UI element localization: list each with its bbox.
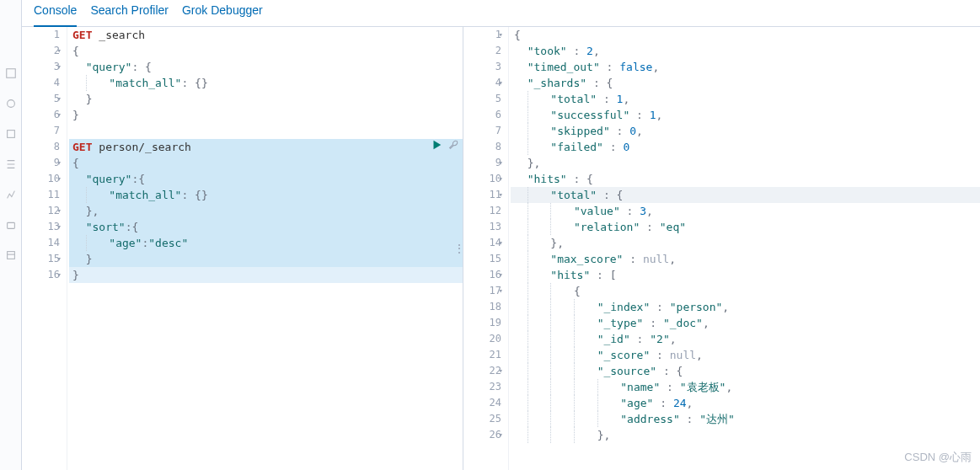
code-line[interactable]: "sort":{ bbox=[69, 219, 463, 235]
code-line: { bbox=[511, 283, 980, 299]
code-line: "value" : 3, bbox=[511, 203, 980, 219]
tab-console[interactable]: Console bbox=[34, 0, 77, 27]
fold-toggle-icon[interactable]: ▾ bbox=[499, 27, 503, 43]
run-request-icon[interactable] bbox=[431, 139, 442, 155]
gutter-line: 8 bbox=[463, 139, 501, 155]
gutter-line: 24 bbox=[463, 395, 501, 411]
gutter-line: 16 ▾ bbox=[463, 267, 501, 283]
code-line: "_id" : "2", bbox=[511, 331, 980, 347]
code-line: "skipped" : 0, bbox=[511, 123, 980, 139]
tab-grok-debugger[interactable]: Grok Debugger bbox=[182, 0, 263, 27]
code-line[interactable]: } bbox=[69, 251, 463, 267]
code-left[interactable]: GET _search{ "query": { "match_all": {} … bbox=[67, 27, 463, 470]
code-line[interactable]: "match_all": {} bbox=[69, 75, 463, 91]
code-line[interactable]: "match_all": {} bbox=[69, 187, 463, 203]
code-line[interactable]: GET _search bbox=[69, 27, 463, 43]
gutter-line: 6 bbox=[463, 107, 501, 123]
code-line: }, bbox=[511, 427, 980, 443]
fold-toggle-icon[interactable]: ▾ bbox=[57, 107, 62, 123]
nav-icon[interactable] bbox=[5, 98, 17, 109]
code-line[interactable]: { bbox=[69, 155, 463, 171]
gutter-line: 1 ▾ bbox=[463, 27, 501, 43]
svg-rect-4 bbox=[7, 252, 14, 259]
gutter-line: 9 ▾ bbox=[22, 155, 60, 171]
code-line: }, bbox=[511, 235, 980, 251]
svg-rect-2 bbox=[7, 131, 14, 138]
gutter-line: 2 ▾ bbox=[22, 43, 60, 59]
fold-toggle-icon[interactable]: ▾ bbox=[499, 283, 503, 299]
gutter-line: 7 bbox=[463, 123, 501, 139]
gutter-line: 4 bbox=[22, 75, 60, 91]
gutter-line: 12 bbox=[463, 203, 501, 219]
gutter-line: 11 ▾ bbox=[463, 187, 501, 203]
fold-toggle-icon[interactable]: ▾ bbox=[499, 171, 503, 187]
fold-toggle-icon[interactable]: ▾ bbox=[57, 59, 62, 75]
watermark: CSDN @心雨⁠⁠⁠⁠ bbox=[904, 450, 972, 465]
tab-search-profiler[interactable]: Search Profiler bbox=[90, 0, 169, 27]
fold-toggle-icon[interactable]: ▾ bbox=[499, 75, 503, 91]
fold-toggle-icon[interactable]: ▾ bbox=[57, 219, 62, 235]
gutter-line: 2 bbox=[463, 43, 501, 59]
code-right[interactable]: { "took" : 2, "timed_out" : false, "_sha… bbox=[509, 27, 980, 470]
gutter-line: 5 bbox=[463, 91, 501, 107]
fold-toggle-icon[interactable]: ▾ bbox=[57, 267, 62, 283]
code-line: "total" : { bbox=[511, 187, 980, 203]
fold-toggle-icon[interactable]: ▾ bbox=[499, 187, 503, 203]
gutter-line: 3 ▾ bbox=[22, 59, 60, 75]
gutter-line: 7 bbox=[22, 123, 60, 139]
gutter-line: 3 bbox=[463, 59, 501, 75]
gutter-line: 5 ▾ bbox=[22, 91, 60, 107]
gutter-line: 12 ▾ bbox=[22, 203, 60, 219]
fold-toggle-icon[interactable]: ▾ bbox=[57, 251, 62, 267]
nav-icon[interactable] bbox=[5, 249, 17, 261]
code-line: "_index" : "person", bbox=[511, 299, 980, 315]
fold-toggle-icon[interactable]: ▾ bbox=[499, 235, 503, 251]
gutter-line: 20 bbox=[463, 331, 501, 347]
nav-icon[interactable] bbox=[5, 189, 17, 200]
gutter-line: 8 bbox=[22, 139, 60, 155]
code-line: "successful" : 1, bbox=[511, 107, 980, 123]
fold-toggle-icon[interactable]: ▾ bbox=[57, 203, 62, 219]
code-line[interactable]: "query": { bbox=[69, 59, 463, 75]
code-line: "hits" : { bbox=[511, 171, 980, 187]
code-line: "total" : 1, bbox=[511, 91, 980, 107]
fold-toggle-icon[interactable]: ▾ bbox=[57, 155, 62, 171]
gutter-line: 21 bbox=[463, 347, 501, 363]
fold-toggle-icon[interactable]: ▾ bbox=[57, 43, 62, 59]
fold-toggle-icon[interactable]: ▾ bbox=[499, 155, 503, 171]
code-line[interactable]: { bbox=[69, 43, 463, 59]
tabs: Console Search Profiler Grok Debugger bbox=[22, 0, 980, 27]
code-line: "_source" : { bbox=[511, 363, 980, 379]
code-line[interactable]: } bbox=[69, 107, 463, 123]
request-options-icon[interactable] bbox=[447, 139, 459, 155]
code-line[interactable] bbox=[69, 123, 463, 139]
nav-icon[interactable] bbox=[5, 67, 17, 79]
fold-toggle-icon[interactable]: ▾ bbox=[499, 427, 503, 443]
fold-toggle-icon[interactable]: ▾ bbox=[499, 363, 503, 379]
code-line: "address" : "达州" bbox=[511, 411, 980, 427]
code-line[interactable]: GET person/_search bbox=[69, 139, 463, 155]
nav-icon[interactable] bbox=[5, 219, 17, 231]
gutter-line: 1 bbox=[22, 27, 60, 43]
request-pane[interactable]: 1 2 ▾3 ▾4 5 ▾6 ▾7 8 9 ▾10 ▾11 12 ▾13 ▾14… bbox=[22, 27, 463, 470]
nav-icon[interactable] bbox=[5, 158, 17, 170]
fold-toggle-icon[interactable]: ▾ bbox=[499, 267, 503, 283]
code-line: "hits" : [ bbox=[511, 267, 980, 283]
gutter-line: 4 ▾ bbox=[463, 75, 501, 91]
svg-point-1 bbox=[7, 100, 14, 108]
code-line: "name" : "袁老板", bbox=[511, 379, 980, 395]
code-line[interactable]: } bbox=[69, 91, 463, 107]
fold-toggle-icon[interactable]: ▾ bbox=[57, 171, 62, 187]
gutter-line: 14 ▾ bbox=[463, 235, 501, 251]
pane-resize-handle[interactable]: ⋮ bbox=[453, 241, 463, 257]
fold-toggle-icon[interactable]: ▾ bbox=[57, 91, 62, 107]
nav-icon[interactable] bbox=[5, 128, 17, 140]
gutter-line: 25 bbox=[463, 411, 501, 427]
side-nav bbox=[0, 0, 22, 470]
code-line[interactable]: } bbox=[69, 267, 463, 283]
gutter-line: 26 ▾ bbox=[463, 427, 501, 443]
code-line[interactable]: "query":{ bbox=[69, 171, 463, 187]
response-pane: 1 ▾2 3 4 ▾5 6 7 8 9 ▾10 ▾11 ▾12 13 14 ▾1… bbox=[463, 27, 980, 470]
code-line[interactable]: "age":"desc" bbox=[69, 235, 463, 251]
code-line[interactable]: }, bbox=[69, 203, 463, 219]
